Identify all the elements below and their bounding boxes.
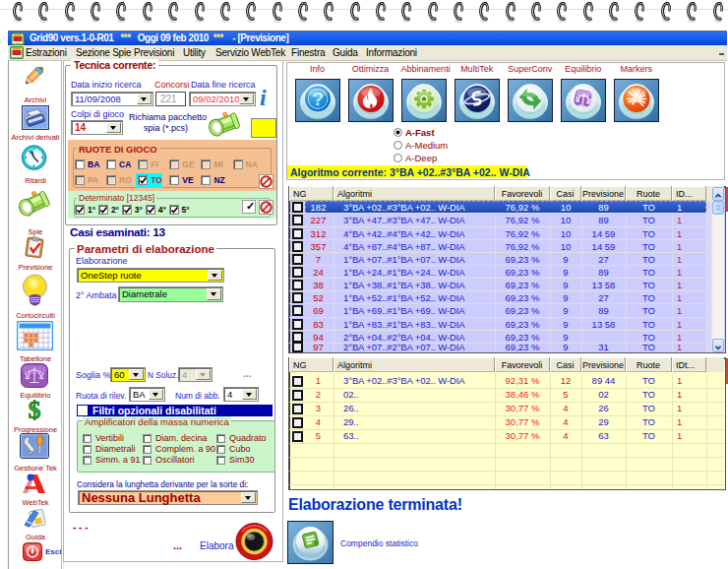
svg-text:$: $ [29,399,41,422]
